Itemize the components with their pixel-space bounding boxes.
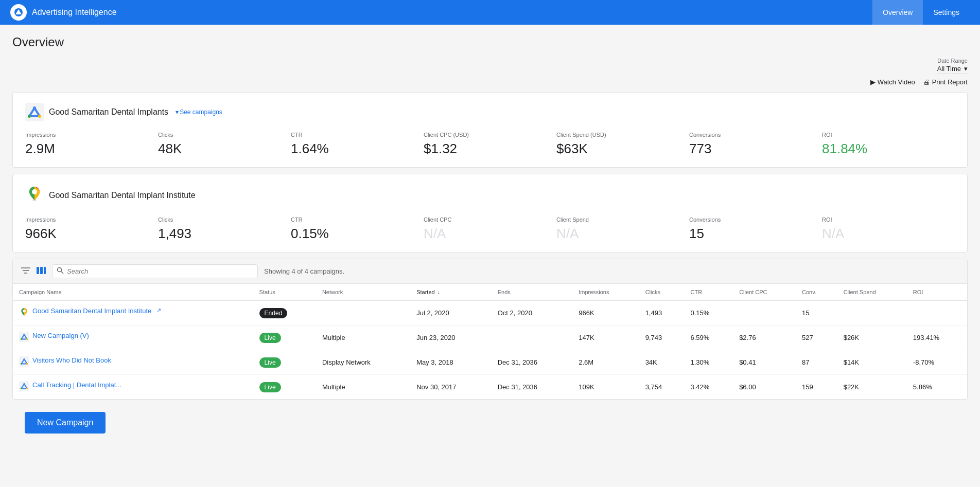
cell-roi: [907, 301, 967, 326]
col-clicks[interactable]: Clicks: [639, 284, 685, 301]
print-report-link[interactable]: 🖨 Print Report: [923, 78, 968, 86]
search-input[interactable]: [67, 267, 253, 275]
chevron-down-icon: ▾: [964, 65, 968, 73]
campaign-name-link[interactable]: Visitors Who Did Not Book: [32, 356, 111, 364]
table-body: Good Samaritan Dental Implant Institute↗…: [13, 301, 967, 400]
table-header: Campaign Name Status Network Started ↓ E…: [13, 284, 967, 301]
cell-status: Live: [253, 326, 316, 350]
svg-point-18: [23, 310, 26, 313]
stat-label: Client Spend: [556, 217, 685, 223]
stat-roi-1: ROI 81.84%: [822, 132, 955, 157]
stat-spend-2: Client Spend N/A: [556, 217, 689, 242]
campaign-name-link[interactable]: New Campaign (V): [32, 332, 89, 339]
cell-ends: Oct 2, 2020: [492, 301, 573, 326]
col-client-spend[interactable]: Client Spend: [837, 284, 907, 301]
cell-status: Ended: [253, 301, 316, 326]
stat-label: ROI: [822, 132, 951, 138]
see-campaigns-1[interactable]: ▾ See campaigns: [176, 109, 222, 116]
cell-ctr: 1.30%: [685, 350, 733, 375]
showing-text: Showing 4 of 4 campaigns.: [264, 267, 344, 275]
stat-label: Impressions: [25, 217, 154, 223]
col-started[interactable]: Started ↓: [410, 284, 492, 301]
col-network[interactable]: Network: [316, 284, 410, 301]
cell-clicks: 3,754: [639, 375, 685, 400]
cell-started: May 3, 2018: [410, 350, 492, 375]
svg-point-21: [26, 338, 28, 340]
nav-overview[interactable]: Overview: [872, 0, 923, 25]
cell-impressions: 109K: [572, 375, 639, 400]
cell-client-spend: [837, 301, 907, 326]
col-status[interactable]: Status: [253, 284, 316, 301]
cell-clicks: 34K: [639, 350, 685, 375]
page-title: Overview: [12, 35, 968, 49]
print-report-label: Print Report: [932, 78, 968, 86]
cell-conv: 87: [796, 350, 837, 375]
cell-client-spend: $22K: [837, 375, 907, 400]
stat-label: Clicks: [158, 132, 287, 138]
card-title-1: Good Samaritan Dental Implants: [49, 107, 168, 117]
table-row: Visitors Who Did Not Book Live Display N…: [13, 350, 967, 375]
stat-label: CTR: [291, 217, 419, 223]
cell-clicks: 9,743: [639, 326, 685, 350]
stat-label: Client Spend (USD): [556, 132, 685, 138]
cell-roi: 5.86%: [907, 375, 967, 400]
stat-value: 2.9M: [25, 141, 154, 157]
col-campaign-name[interactable]: Campaign Name: [13, 284, 253, 301]
printer-icon: 🖨: [923, 78, 930, 86]
cell-client-cpc: [733, 301, 796, 326]
campaign-icon: [19, 332, 29, 344]
cell-conv: 527: [796, 326, 837, 350]
cell-status: Live: [253, 375, 316, 400]
col-impressions[interactable]: Impressions: [572, 284, 639, 301]
watch-video-link[interactable]: ▶ Watch Video: [870, 78, 915, 86]
svg-point-23: [23, 334, 25, 335]
svg-point-16: [58, 268, 62, 272]
cell-ctr: 6.59%: [685, 326, 733, 350]
date-range-selector[interactable]: All Time ▾: [937, 65, 968, 74]
col-ends[interactable]: Ends: [492, 284, 573, 301]
cell-impressions: 2.6M: [572, 350, 639, 375]
cell-network: Multiple: [316, 326, 410, 350]
cell-network: Display Network: [316, 350, 410, 375]
filter-icon[interactable]: [21, 266, 30, 277]
cell-started: Jun 23, 2020: [410, 326, 492, 350]
cell-ends: [492, 326, 573, 350]
stats-row-1: Impressions 2.9M Clicks 48K CTR 1.64% Cl…: [25, 132, 955, 157]
columns-icon[interactable]: [37, 266, 46, 277]
col-roi[interactable]: ROI: [907, 284, 967, 301]
table-row: New Campaign (V) Live Multiple Jun 23, 2…: [13, 326, 967, 350]
stat-clicks-1: Clicks 48K: [158, 132, 291, 157]
new-campaign-button[interactable]: New Campaign: [25, 412, 106, 434]
campaign-icon: [19, 307, 29, 319]
card-header-2: Good Samaritan Dental Implant Institute: [25, 185, 955, 206]
stats-card-1: Good Samaritan Dental Implants ▾ See cam…: [12, 92, 968, 168]
stat-impressions-2: Impressions 966K: [25, 217, 158, 242]
status-badge: Live: [259, 382, 281, 392]
cell-client-cpc: $2.76: [733, 326, 796, 350]
campaign-name-link[interactable]: Call Tracking | Dental Implat...: [32, 381, 121, 389]
table-row: Call Tracking | Dental Implat... Live Mu…: [13, 375, 967, 400]
cell-campaign-name: New Campaign (V): [13, 326, 253, 350]
stat-value: 966K: [25, 226, 154, 242]
svg-point-27: [21, 363, 22, 365]
stat-value: 1,493: [158, 226, 287, 242]
col-client-cpc[interactable]: Client CPC: [733, 284, 796, 301]
stat-value: N/A: [822, 226, 951, 242]
cell-status: Live: [253, 350, 316, 375]
cell-started: Jul 2, 2020: [410, 301, 492, 326]
external-link-icon[interactable]: ↗: [156, 307, 161, 314]
campaign-name-link[interactable]: Good Samaritan Dental Implant Institute: [32, 307, 151, 315]
sort-icon: ↓: [437, 290, 440, 295]
card-header-1: Good Samaritan Dental Implants ▾ See cam…: [25, 103, 955, 121]
stat-value: 1.64%: [291, 141, 419, 157]
col-conv[interactable]: Conv.: [796, 284, 837, 301]
bottom-area: New Campaign: [12, 400, 968, 446]
cell-network: [316, 301, 410, 326]
nav-settings[interactable]: Settings: [923, 0, 970, 25]
stat-spend-1: Client Spend (USD) $63K: [556, 132, 689, 157]
cell-conv: 159: [796, 375, 837, 400]
cell-ctr: 0.15%: [685, 301, 733, 326]
watch-video-label: Watch Video: [878, 78, 915, 86]
svg-rect-29: [19, 381, 29, 391]
col-ctr[interactable]: CTR: [685, 284, 733, 301]
